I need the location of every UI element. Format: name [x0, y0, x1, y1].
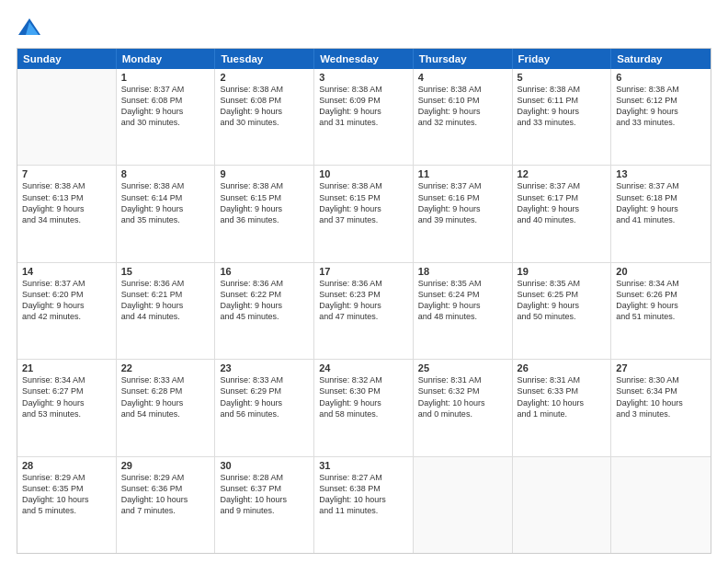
cell-info-line: Sunset: 6:18 PM [616, 192, 706, 203]
cell-info-line: Sunrise: 8:38 AM [121, 180, 210, 191]
calendar-cell: 14Sunrise: 8:37 AMSunset: 6:20 PMDayligh… [17, 263, 117, 359]
cell-info-line: Sunset: 6:23 PM [319, 289, 408, 300]
calendar-row-1: 7Sunrise: 8:38 AMSunset: 6:13 PMDaylight… [17, 165, 711, 261]
header-day-saturday: Saturday [611, 49, 711, 69]
cell-info-line: and 30 minutes. [121, 117, 210, 128]
cell-info-line: Daylight: 9 hours [518, 300, 607, 311]
cell-info-line: Sunrise: 8:38 AM [319, 180, 408, 191]
cell-info-line: Sunrise: 8:36 AM [121, 278, 210, 289]
calendar-body: 1Sunrise: 8:37 AMSunset: 6:08 PMDaylight… [17, 69, 711, 553]
cell-info-line: Sunrise: 8:36 AM [220, 278, 309, 289]
cell-info-line: Sunrise: 8:32 AM [319, 374, 408, 385]
cell-info-line: Sunrise: 8:28 AM [220, 472, 309, 483]
logo-icon [17, 15, 42, 40]
cell-info-line: Daylight: 10 hours [22, 494, 111, 505]
calendar-row-0: 1Sunrise: 8:37 AMSunset: 6:08 PMDaylight… [17, 69, 711, 165]
cell-info-line: Sunrise: 8:35 AM [518, 278, 607, 289]
cell-info-line: Daylight: 9 hours [22, 203, 111, 214]
cell-info-line: Sunset: 6:32 PM [418, 385, 507, 396]
cell-info-line: and 1 minute. [518, 408, 607, 419]
cell-info-line: and 53 minutes. [22, 408, 111, 419]
header-day-thursday: Thursday [414, 49, 513, 69]
cell-info-line: Sunset: 6:27 PM [22, 385, 111, 396]
cell-info-line: Daylight: 9 hours [518, 203, 607, 214]
cell-info-line: Sunrise: 8:30 AM [616, 374, 706, 385]
day-number: 20 [616, 266, 706, 277]
cell-info-line: Sunset: 6:13 PM [22, 192, 111, 203]
calendar-cell: 19Sunrise: 8:35 AMSunset: 6:25 PMDayligh… [513, 263, 612, 359]
cell-info-line: and 45 minutes. [220, 311, 309, 322]
cell-info-line: Sunrise: 8:37 AM [616, 180, 706, 191]
calendar-cell: 16Sunrise: 8:36 AMSunset: 6:22 PMDayligh… [215, 263, 314, 359]
cell-info-line: Daylight: 9 hours [319, 397, 408, 408]
cell-info-line: Sunrise: 8:29 AM [22, 472, 111, 483]
cell-info-line: Daylight: 9 hours [22, 300, 111, 311]
cell-info-line: and 54 minutes. [121, 408, 210, 419]
cell-info-line: Daylight: 10 hours [518, 397, 607, 408]
cell-info-line: and 48 minutes. [418, 311, 507, 322]
day-number: 5 [518, 72, 607, 83]
cell-info-line: Sunrise: 8:37 AM [518, 180, 607, 191]
calendar-row-4: 28Sunrise: 8:29 AMSunset: 6:35 PMDayligh… [17, 456, 711, 553]
header [17, 15, 711, 40]
day-number: 6 [616, 72, 706, 83]
day-number: 24 [319, 362, 408, 373]
cell-info-line: Daylight: 10 hours [418, 397, 507, 408]
cell-info-line: Daylight: 9 hours [22, 397, 111, 408]
cell-info-line: and 36 minutes. [220, 214, 309, 225]
cell-info-line: Sunrise: 8:38 AM [518, 84, 607, 95]
day-number: 25 [418, 362, 507, 373]
cell-info-line: Daylight: 9 hours [121, 203, 210, 214]
cell-info-line: Sunrise: 8:38 AM [319, 84, 408, 95]
cell-info-line: Sunset: 6:26 PM [616, 289, 706, 300]
cell-info-line: Sunset: 6:15 PM [220, 192, 309, 203]
day-number: 26 [518, 362, 607, 373]
cell-info-line: Daylight: 9 hours [220, 397, 309, 408]
calendar-cell: 7Sunrise: 8:38 AMSunset: 6:13 PMDaylight… [17, 166, 117, 261]
cell-info-line: and 9 minutes. [220, 505, 309, 516]
calendar-cell [513, 457, 612, 553]
cell-info-line: Sunset: 6:10 PM [418, 95, 507, 106]
cell-info-line: and 32 minutes. [418, 117, 507, 128]
calendar-cell: 17Sunrise: 8:36 AMSunset: 6:23 PMDayligh… [314, 263, 414, 359]
calendar-cell: 20Sunrise: 8:34 AMSunset: 6:26 PMDayligh… [611, 263, 711, 359]
cell-info-line: and 33 minutes. [518, 117, 607, 128]
header-day-monday: Monday [117, 49, 216, 69]
cell-info-line: Sunset: 6:15 PM [319, 192, 408, 203]
cell-info-line: Sunrise: 8:38 AM [22, 180, 111, 191]
day-number: 21 [22, 362, 111, 373]
cell-info-line: and 3 minutes. [616, 408, 706, 419]
cell-info-line: Sunrise: 8:33 AM [220, 374, 309, 385]
calendar-cell: 6Sunrise: 8:38 AMSunset: 6:12 PMDaylight… [611, 69, 711, 165]
day-number: 18 [418, 266, 507, 277]
calendar-cell: 22Sunrise: 8:33 AMSunset: 6:28 PMDayligh… [117, 360, 216, 455]
cell-info-line: Sunrise: 8:37 AM [22, 278, 111, 289]
day-number: 3 [319, 72, 408, 83]
calendar-cell: 21Sunrise: 8:34 AMSunset: 6:27 PMDayligh… [17, 360, 117, 455]
calendar-cell: 25Sunrise: 8:31 AMSunset: 6:32 PMDayligh… [414, 360, 513, 455]
calendar-cell: 29Sunrise: 8:29 AMSunset: 6:36 PMDayligh… [117, 457, 216, 553]
cell-info-line: Sunrise: 8:38 AM [616, 84, 706, 95]
calendar-cell: 27Sunrise: 8:30 AMSunset: 6:34 PMDayligh… [611, 360, 711, 455]
cell-info-line: Sunrise: 8:38 AM [220, 84, 309, 95]
cell-info-line: and 37 minutes. [319, 214, 408, 225]
calendar-cell: 24Sunrise: 8:32 AMSunset: 6:30 PMDayligh… [314, 360, 414, 455]
cell-info-line: Daylight: 9 hours [418, 203, 507, 214]
cell-info-line: Sunset: 6:20 PM [22, 289, 111, 300]
cell-info-line: Daylight: 9 hours [121, 106, 210, 117]
day-number: 13 [616, 168, 706, 179]
calendar-cell: 2Sunrise: 8:38 AMSunset: 6:08 PMDaylight… [215, 69, 314, 165]
calendar-cell: 31Sunrise: 8:27 AMSunset: 6:38 PMDayligh… [314, 457, 414, 553]
cell-info-line: and 35 minutes. [121, 214, 210, 225]
cell-info-line: Daylight: 9 hours [121, 300, 210, 311]
cell-info-line: Sunset: 6:33 PM [518, 385, 607, 396]
day-number: 29 [121, 460, 210, 471]
calendar-cell [414, 457, 513, 553]
cell-info-line: Sunset: 6:12 PM [616, 95, 706, 106]
calendar-cell: 5Sunrise: 8:38 AMSunset: 6:11 PMDaylight… [513, 69, 612, 165]
cell-info-line: Sunset: 6:37 PM [220, 483, 309, 494]
header-day-friday: Friday [513, 49, 612, 69]
cell-info-line: Sunrise: 8:33 AM [121, 374, 210, 385]
cell-info-line: and 41 minutes. [616, 214, 706, 225]
cell-info-line: Daylight: 10 hours [121, 494, 210, 505]
